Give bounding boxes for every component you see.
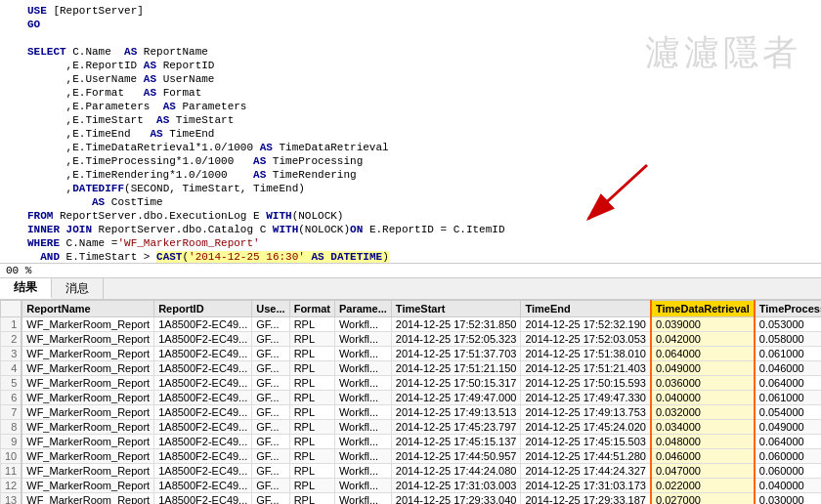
cell-r8-c5: Workfl... [334, 435, 391, 449]
table-row[interactable]: 4WF_MarkerRoom_Report1A8500F2-EC49...GF.… [1, 361, 822, 376]
cell-r9-c5: Workfl... [334, 449, 391, 464]
cell-r2-c8: 0.064000 [651, 347, 755, 361]
cell-r11-c5: Workfl... [334, 479, 391, 493]
col-header-timeprocessing[interactable]: TimeProcessing [755, 301, 821, 317]
cell-r12-c6: 2014-12-25 17:29:33.040 [391, 493, 521, 505]
cell-r5-c3: GF... [252, 391, 289, 405]
cell-r6-c8: 0.032000 [651, 405, 755, 420]
tab-results-label: 结果 [14, 279, 37, 296]
cell-r12-c0: 13 [1, 493, 22, 505]
cell-r0-c8: 0.039000 [651, 317, 755, 332]
cell-r1-c5: Workfl... [334, 332, 391, 347]
cell-r7-c1: WF_MarkerRoom_Report [22, 420, 153, 435]
cell-r9-c2: 1A8500F2-EC49... [154, 449, 252, 464]
cell-r10-c2: 1A8500F2-EC49... [154, 464, 252, 479]
tab-results[interactable]: 结果 [0, 278, 52, 299]
cell-r7-c2: 1A8500F2-EC49... [154, 420, 252, 435]
cell-r2-c1: WF_MarkerRoom_Report [22, 347, 153, 361]
cell-r1-c6: 2014-12-25 17:52:05.323 [391, 332, 521, 347]
cell-r3-c5: Workfl... [334, 361, 391, 376]
cell-r1-c7: 2014-12-25 17:52:03.053 [521, 332, 651, 347]
col-header-params[interactable]: Parame... [334, 301, 391, 317]
cell-r11-c0: 12 [1, 479, 22, 493]
cell-r7-c0: 8 [1, 420, 22, 435]
col-header-format[interactable]: Format [289, 301, 334, 317]
cell-r0-c4: RPL [289, 317, 334, 332]
cell-r10-c5: Workfl... [334, 464, 391, 479]
cell-r8-c6: 2014-12-25 17:45:15.137 [391, 435, 521, 449]
cell-r10-c6: 2014-12-25 17:44:24.080 [391, 464, 521, 479]
col-header-timestart[interactable]: TimeStart [391, 301, 521, 317]
cell-r8-c7: 2014-12-25 17:45:15.503 [521, 435, 651, 449]
cell-r12-c2: 1A8500F2-EC49... [154, 493, 252, 505]
cell-r7-c5: Workfl... [334, 420, 391, 435]
cell-r10-c0: 11 [1, 464, 22, 479]
cell-r9-c4: RPL [289, 449, 334, 464]
editor-footer: 00 % [0, 264, 821, 278]
cell-r5-c1: WF_MarkerRoom_Report [22, 391, 153, 405]
cell-r0-c1: WF_MarkerRoom_Report [22, 317, 153, 332]
cell-r12-c1: WF_MarkerRoom_Report [22, 493, 153, 505]
cell-r6-c9: 0.054000 [755, 405, 821, 420]
cell-r8-c0: 9 [1, 435, 22, 449]
table-row[interactable]: 8WF_MarkerRoom_Report1A8500F2-EC49...GF.… [1, 420, 822, 435]
table-row[interactable]: 9WF_MarkerRoom_Report1A8500F2-EC49...GF.… [1, 435, 822, 449]
col-header-reportid[interactable]: ReportID [154, 301, 252, 317]
sql-editor[interactable]: 濾濾隱者 USE [ReportServer] GO SELECT C.Name… [0, 0, 821, 264]
cell-r12-c7: 2014-12-25 17:29:33.187 [521, 493, 651, 505]
table-row[interactable]: 3WF_MarkerRoom_Report1A8500F2-EC49...GF.… [1, 347, 822, 361]
cell-r8-c4: RPL [289, 435, 334, 449]
cell-r8-c2: 1A8500F2-EC49... [154, 435, 252, 449]
cell-r0-c2: 1A8500F2-EC49... [154, 317, 252, 332]
table-row[interactable]: 10WF_MarkerRoom_Report1A8500F2-EC49...GF… [1, 449, 822, 464]
cell-r8-c9: 0.064000 [755, 435, 821, 449]
cell-r11-c8: 0.022000 [651, 479, 755, 493]
table-row[interactable]: 13WF_MarkerRoom_Report1A8500F2-EC49...GF… [1, 493, 822, 505]
cell-r9-c3: GF... [252, 449, 289, 464]
results-table: ReportName ReportID Use... Format Parame… [0, 300, 821, 504]
cell-r6-c7: 2014-12-25 17:49:13.753 [521, 405, 651, 420]
cell-r2-c2: 1A8500F2-EC49... [154, 347, 252, 361]
table-row[interactable]: 7WF_MarkerRoom_Report1A8500F2-EC49...GF.… [1, 405, 822, 420]
col-header-timedataretrieval[interactable]: TimeDataRetrieval [651, 301, 755, 317]
cell-r10-c7: 2014-12-25 17:44:24.327 [521, 464, 651, 479]
cell-r6-c4: RPL [289, 405, 334, 420]
col-header-use[interactable]: Use... [252, 301, 289, 317]
tabs-bar: 结果 消息 [0, 278, 821, 300]
cell-r0-c6: 2014-12-25 17:52:31.850 [391, 317, 521, 332]
tab-messages[interactable]: 消息 [52, 278, 104, 299]
table-row[interactable]: 5WF_MarkerRoom_Report1A8500F2-EC49...GF.… [1, 376, 822, 391]
table-row[interactable]: 6WF_MarkerRoom_Report1A8500F2-EC49...GF.… [1, 391, 822, 405]
cell-r2-c9: 0.061000 [755, 347, 821, 361]
cell-r4-c1: WF_MarkerRoom_Report [22, 376, 153, 391]
cell-r10-c9: 0.060000 [755, 464, 821, 479]
cell-r1-c8: 0.042000 [651, 332, 755, 347]
percent-indicator: 00 % [6, 265, 31, 276]
cell-r6-c5: Workfl... [334, 405, 391, 420]
cell-r3-c9: 0.046000 [755, 361, 821, 376]
cell-r6-c2: 1A8500F2-EC49... [154, 405, 252, 420]
cell-r11-c7: 2014-12-25 17:31:03.173 [521, 479, 651, 493]
cell-r10-c4: RPL [289, 464, 334, 479]
cell-r11-c2: 1A8500F2-EC49... [154, 479, 252, 493]
cell-r1-c9: 0.058000 [755, 332, 821, 347]
cell-r8-c3: GF... [252, 435, 289, 449]
cell-r3-c3: GF... [252, 361, 289, 376]
table-row[interactable]: 11WF_MarkerRoom_Report1A8500F2-EC49...GF… [1, 464, 822, 479]
cell-r1-c2: 1A8500F2-EC49... [154, 332, 252, 347]
results-area[interactable]: ReportName ReportID Use... Format Parame… [0, 300, 821, 504]
cell-r0-c0: 1 [1, 317, 22, 332]
cell-r11-c1: WF_MarkerRoom_Report [22, 479, 153, 493]
cell-r12-c4: RPL [289, 493, 334, 505]
col-header-reportname[interactable]: ReportName [22, 301, 153, 317]
cell-r12-c5: Workfl... [334, 493, 391, 505]
col-header-timeend[interactable]: TimeEnd [521, 301, 651, 317]
table-row[interactable]: 1WF_MarkerRoom_Report1A8500F2-EC49...GF.… [1, 317, 822, 332]
table-row[interactable]: 12WF_MarkerRoom_Report1A8500F2-EC49...GF… [1, 479, 822, 493]
table-row[interactable]: 2WF_MarkerRoom_Report1A8500F2-EC49...GF.… [1, 332, 822, 347]
cell-r12-c8: 0.027000 [651, 493, 755, 505]
cell-r7-c8: 0.034000 [651, 420, 755, 435]
cell-r1-c0: 2 [1, 332, 22, 347]
cell-r4-c6: 2014-12-25 17:50:15.317 [391, 376, 521, 391]
cell-r0-c5: Workfl... [334, 317, 391, 332]
